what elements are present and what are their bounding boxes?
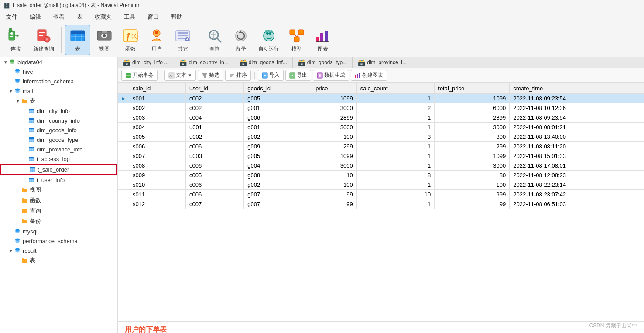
toolbar-connect[interactable]: + 连接 <box>3 25 28 55</box>
sidebar-item-dim_goods_type[interactable]: dim_goods_type <box>0 135 117 144</box>
sidebar-label-views: 视图 <box>30 186 41 194</box>
tab-dim-country[interactable]: 🗃️dim_country_in... <box>174 57 234 68</box>
table-row[interactable]: s006c006g00929912992022-11-08 08:11:20 <box>118 142 644 151</box>
sidebar-item-mall[interactable]: ▼mall <box>0 86 117 96</box>
sidebar-item-t_access_log[interactable]: t_access_log <box>0 154 117 164</box>
menu-item-查看[interactable]: 查看 <box>51 12 67 22</box>
table-row[interactable]: s010c006g00210011002022-11-08 22:23:14 <box>118 180 644 190</box>
col-header-user_id[interactable]: user_id <box>186 83 244 94</box>
col-header-sale_count[interactable]: sale_count <box>356 83 434 94</box>
cell-price: 3000 <box>312 103 357 113</box>
start-transaction-button[interactable]: 开始事务 <box>121 70 158 81</box>
toolbar-chart[interactable]: 图表 <box>311 25 335 55</box>
sidebar-label-t_sale_order: t_sale_order <box>38 166 69 173</box>
tab-dim-province[interactable]: 🗃️dim_province_i... <box>353 57 412 68</box>
table-row[interactable]: s005u002g00210033002022-11-08 13:40:00 <box>118 132 644 142</box>
sidebar-item-queries[interactable]: 查询 <box>0 206 117 216</box>
col-header-price[interactable]: price <box>312 83 357 94</box>
table-row[interactable]: s008c006g0043000130002022-11-08 17:08:01 <box>118 161 644 171</box>
menu-item-窗口[interactable]: 窗口 <box>145 12 161 22</box>
svg-rect-117 <box>359 73 360 78</box>
table-row[interactable]: s004u001g0013000130002022-11-08 08:01:21 <box>118 123 644 132</box>
cell-total_price: 99 <box>435 199 510 209</box>
sidebar-item-dim_country_info[interactable]: dim_country_info <box>0 116 117 125</box>
sidebar-icon-backups <box>21 218 28 225</box>
sidebar-item-functions[interactable]: 函数 <box>0 195 117 206</box>
sidebar-item-dim_goods_info[interactable]: dim_goods_info <box>0 125 117 135</box>
toolbar-backup[interactable]: 备份 <box>229 25 253 55</box>
table-row[interactable]: s002c002g0013000260002022-11-08 10:12:36 <box>118 103 644 113</box>
table-row[interactable]: s003c004g0062899128992022-11-08 09:23:54 <box>118 113 644 123</box>
menu-item-收藏夹[interactable]: 收藏夹 <box>92 12 114 22</box>
sidebar-item-mysql[interactable]: mysql <box>0 227 117 236</box>
toolbar-function[interactable]: ƒ (x) 函数 <box>118 25 143 55</box>
sidebar-item-result-tables[interactable]: 表 <box>0 255 117 266</box>
table-row[interactable]: ▶s001c002g0051099110992022-11-08 09:23:5… <box>118 94 644 103</box>
toolbar-model[interactable]: 模型 <box>284 25 309 55</box>
cell-price: 1099 <box>312 151 357 161</box>
col-header-total_price[interactable]: total_price <box>435 83 510 94</box>
table-row[interactable]: s011c006g00799109992022-11-08 23:07:42 <box>118 190 644 199</box>
cell-sale_count: 2 <box>356 103 434 113</box>
sidebar-label-t_access_log: t_access_log <box>37 156 70 162</box>
table-container[interactable]: sale_iduser_idgoods_idpricesale_counttot… <box>118 83 644 321</box>
toolbar-user[interactable]: 用户 <box>144 25 169 55</box>
export-button[interactable]: 导出 <box>285 70 311 81</box>
cell-sale_id: s012 <box>129 199 186 209</box>
transaction-icon <box>125 72 131 79</box>
text-button[interactable]: A文本▼ <box>164 70 196 81</box>
tab-dim-goods-type[interactable]: 🗃️dim_goods_typ... <box>293 57 353 68</box>
tab-dim-city[interactable]: 🗃️dim_city_info ... <box>118 57 174 68</box>
sidebar-item-views[interactable]: 视图 <box>0 185 117 195</box>
menu-item-帮助[interactable]: 帮助 <box>168 12 185 22</box>
cell-create_time: 2022-11-08 09:23:54 <box>510 113 644 123</box>
sidebar-item-dim_province_info[interactable]: dim_province_info <box>0 144 117 154</box>
sidebar-item-dim_city_info[interactable]: dim_city_info <box>0 106 117 116</box>
create-chart-button[interactable]: 创建图表 <box>351 70 387 81</box>
sidebar-item-hive[interactable]: hive <box>0 67 117 76</box>
sidebar-item-bigdata04[interactable]: ▼bigdata04 <box>0 57 117 67</box>
menu-item-文件[interactable]: 文件 <box>3 12 20 22</box>
menu-item-编辑[interactable]: 编辑 <box>27 12 44 22</box>
toolbar-query[interactable]: 查询 <box>202 25 227 55</box>
toolbar-table[interactable]: 表 <box>65 25 90 55</box>
col-header-sale_id[interactable]: sale_id <box>129 83 186 94</box>
main-layout: ▼bigdata04hiveinformation_schema▼mall▼表d… <box>0 57 644 333</box>
data-generate-button[interactable]: 数据生成 <box>313 70 349 81</box>
row-indicator <box>118 161 129 171</box>
filter-button[interactable]: 筛选 <box>198 70 223 81</box>
svg-rect-45 <box>290 30 295 35</box>
table-row[interactable]: s009c005g008108802022-11-08 12:08:23 <box>118 171 644 180</box>
svg-rect-46 <box>298 30 304 35</box>
col-header-create_time[interactable]: create_time <box>510 83 644 94</box>
cell-total_price: 1099 <box>435 151 510 161</box>
cell-goods_id: g001 <box>244 103 312 113</box>
sort-button[interactable]: 排序 <box>225 70 251 81</box>
sidebar-item-backups[interactable]: 备份 <box>0 216 117 227</box>
sidebar-item-performance_schema[interactable]: performance_schema <box>0 236 117 246</box>
menu-item-表[interactable]: 表 <box>74 12 85 22</box>
toolbar-sep-2 <box>199 27 199 53</box>
toolbar-auto-run[interactable]: 自动运行 <box>255 25 283 55</box>
svg-rect-52 <box>325 31 328 42</box>
menu-item-工具[interactable]: 工具 <box>121 12 138 22</box>
import-button[interactable]: 导入 <box>258 70 284 81</box>
sidebar-item-t_sale_order[interactable]: t_sale_order <box>0 164 117 175</box>
tab-dim-goods[interactable]: 🗃️dim_goods_inf... <box>234 57 293 68</box>
sidebar-item-information_schema[interactable]: information_schema <box>0 76 117 86</box>
sidebar-label-dim_goods_info: dim_goods_info <box>37 127 77 134</box>
toolbar-new-query[interactable]: + 新建查询 <box>30 25 58 55</box>
col-header-goods_id[interactable]: goods_id <box>244 83 312 94</box>
cell-price: 100 <box>312 180 357 190</box>
table-row[interactable]: s007u003g0051099110992022-11-08 15:01:33 <box>118 151 644 161</box>
cell-sale_count: 1 <box>356 180 434 190</box>
sidebar-item-tables[interactable]: ▼表 <box>0 96 117 106</box>
toolbar-other[interactable]: 其它 <box>171 25 195 55</box>
cell-sale_count: 3 <box>356 132 434 142</box>
toolbar-view[interactable]: 视图 <box>92 25 116 55</box>
sidebar-item-result[interactable]: ▼result <box>0 246 117 255</box>
sidebar-item-t_user_info[interactable]: t_user_info <box>0 175 117 185</box>
cell-sale_id: s002 <box>129 103 186 113</box>
cell-user_id: u001 <box>186 123 244 132</box>
table-row[interactable]: s012c007g007991992022-11-08 06:51:03 <box>118 199 644 209</box>
